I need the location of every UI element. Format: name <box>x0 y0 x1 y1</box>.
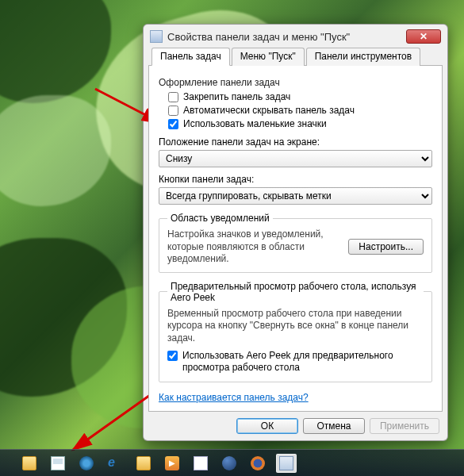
wmp-icon: ▶ <box>165 456 179 470</box>
wallpaper-leaf <box>0 0 111 103</box>
dialog-button-row: ОК Отмена Применить <box>148 412 443 436</box>
tab-start-menu[interactable]: Меню "Пуск" <box>232 48 305 66</box>
apply-button[interactable]: Применить <box>370 418 439 434</box>
taskbar-icon-firefox[interactable] <box>247 454 268 473</box>
tab-label: Панель задач <box>160 51 221 62</box>
note-icon <box>194 456 208 470</box>
notification-text: Настройка значков и уведомлений, которые… <box>167 228 342 266</box>
taskbar-properties-dialog: Свойства панели задач и меню "Пуск" ✕ Па… <box>143 24 448 441</box>
taskbar-icon-mail[interactable] <box>48 454 68 473</box>
properties-icon <box>279 456 293 470</box>
taskbar-icon-mediacenter[interactable] <box>76 454 97 473</box>
firefox-icon <box>251 456 265 470</box>
close-icon: ✕ <box>420 31 428 42</box>
tab-panel-taskbar: Оформление панели задач Закрепить панель… <box>148 65 443 412</box>
wallpaper-leaf <box>0 95 111 206</box>
folder-icon <box>22 456 36 470</box>
cancel-button[interactable]: Отмена <box>303 418 365 434</box>
taskbar-icon-notes[interactable] <box>190 454 211 473</box>
checkbox-autohide[interactable] <box>168 106 178 116</box>
group-legend: Предварительный просмотр рабочего стола,… <box>167 281 424 303</box>
taskbar-icon-explorer[interactable] <box>19 454 40 473</box>
globe-icon <box>222 456 236 470</box>
group-notification-area: Область уведомлений Настройка значков и … <box>159 213 432 273</box>
tab-label: Панели инструментов <box>315 51 412 62</box>
checkbox-autohide-label[interactable]: Автоматически скрывать панель задач <box>183 105 355 117</box>
aero-peek-text: Временный просмотр рабочего стола при на… <box>167 308 424 345</box>
checkbox-lock-taskbar-label[interactable]: Закрепить панель задач <box>183 91 290 103</box>
section-appearance: Оформление панели задач <box>159 77 432 88</box>
ie-icon: e <box>108 456 122 470</box>
tab-strip: Панель задач Меню "Пуск" Панели инструме… <box>148 48 443 66</box>
taskbar-icon-properties-active[interactable] <box>276 454 297 473</box>
select-buttons-mode[interactable]: Всегда группировать, скрывать метки <box>159 187 432 205</box>
dialog-title: Свойства панели задач и меню "Пуск" <box>167 31 406 43</box>
tab-taskbar[interactable]: Панель задач <box>151 48 230 66</box>
ok-button[interactable]: ОК <box>236 418 298 434</box>
tab-toolbars[interactable]: Панели инструментов <box>306 48 420 66</box>
start-button-slice[interactable] <box>3 450 11 477</box>
tab-label: Меню "Пуск" <box>240 51 296 62</box>
checkbox-small-icons[interactable] <box>168 119 178 129</box>
help-link-taskbar[interactable]: Как настраивается панель задач? <box>159 392 309 403</box>
taskbar-icon-ie[interactable]: e <box>105 454 125 473</box>
mail-icon <box>51 456 65 470</box>
windows-taskbar[interactable]: e ▶ <box>0 449 464 476</box>
taskbar-icon-browser[interactable] <box>219 454 240 473</box>
group-aero-peek: Предварительный просмотр рабочего стола,… <box>159 281 432 382</box>
notification-customize-button[interactable]: Настроить... <box>348 239 424 255</box>
checkbox-aero-peek[interactable] <box>167 351 178 361</box>
taskbar-icon-libraries[interactable] <box>133 454 154 473</box>
label-position: Положение панели задач на экране: <box>159 136 432 148</box>
close-button[interactable]: ✕ <box>406 29 441 44</box>
dialog-title-icon <box>150 30 163 43</box>
checkbox-small-icons-label[interactable]: Использовать маленькие значки <box>183 118 327 130</box>
checkbox-aero-peek-label[interactable]: Использовать Aero Peek для предварительн… <box>182 350 424 374</box>
taskbar-icon-wmp[interactable]: ▶ <box>162 454 182 473</box>
media-icon <box>79 456 94 470</box>
label-buttons-mode: Кнопки панели задач: <box>159 174 432 185</box>
select-taskbar-position[interactable]: Снизу <box>159 150 432 167</box>
checkbox-lock-taskbar[interactable] <box>168 92 178 102</box>
folder-icon <box>136 456 151 470</box>
dialog-titlebar[interactable]: Свойства панели задач и меню "Пуск" ✕ <box>148 29 443 47</box>
group-legend: Область уведомлений <box>167 213 273 224</box>
